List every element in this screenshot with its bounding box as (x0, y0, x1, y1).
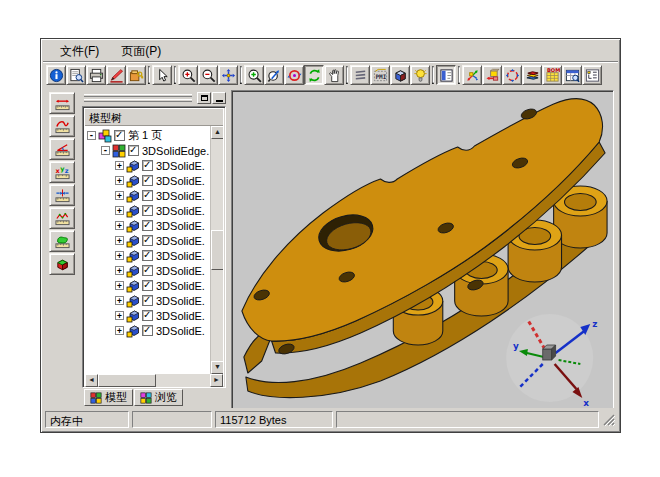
tree-item-checkbox[interactable] (142, 280, 153, 291)
tree-horizontal-scrollbar[interactable]: ◄ ► (85, 374, 223, 387)
toolbar-button-stamp[interactable] (126, 65, 146, 85)
tree-node-icon (126, 249, 140, 263)
tree-item-part-11[interactable]: + 3DSolidE. (85, 308, 210, 323)
toolbar-button-zoom-in[interactable] (178, 65, 198, 85)
tree-item-part-12[interactable]: + 3DSolidE. (85, 323, 210, 338)
tree-node-icon (126, 264, 140, 278)
tree-item-checkbox[interactable] (142, 265, 153, 276)
toolbar-button-pan[interactable] (218, 65, 238, 85)
tree-item-checkbox[interactable] (142, 310, 153, 321)
tree-item-part-1[interactable]: + 3DSolidE. (85, 158, 210, 173)
tree-expand-toggle[interactable]: + (115, 311, 124, 320)
scroll-left-button[interactable]: ◄ (85, 374, 98, 387)
tree-item-checkbox[interactable] (142, 250, 153, 261)
3d-viewport[interactable]: z x y (231, 90, 614, 408)
toolbar-button-structure-tree[interactable] (582, 65, 602, 85)
tree-expand-toggle[interactable]: + (115, 251, 124, 260)
scroll-up-button[interactable]: ▲ (211, 126, 223, 139)
toolbar-button-orbit[interactable] (284, 65, 304, 85)
tree-expand-toggle[interactable]: + (115, 191, 124, 200)
toolbar-icon (413, 68, 428, 83)
panel-drag-grip[interactable] (82, 92, 196, 104)
toolbar-button-select[interactable] (152, 65, 172, 85)
scroll-thumb[interactable] (98, 374, 156, 387)
toolbar-button-measure-distance[interactable] (49, 92, 75, 114)
toolbar-button-browser-panel[interactable] (436, 65, 456, 85)
resize-grip[interactable] (602, 413, 616, 427)
toolbar-button-render-mode[interactable] (390, 65, 410, 85)
tree-item-checkbox[interactable] (114, 130, 125, 141)
tree-item-checkbox[interactable] (142, 235, 153, 246)
tree-item-checkbox[interactable] (142, 160, 153, 171)
toolbar-button-dynamic-zoom[interactable] (264, 65, 284, 85)
tree-item-checkbox[interactable] (142, 220, 153, 231)
toolbar-button-spin[interactable] (304, 65, 324, 85)
tree-expand-toggle[interactable]: + (115, 221, 124, 230)
toolbar-button-measure-polyline[interactable] (49, 207, 75, 229)
toolbar-button-zoom-window[interactable] (244, 65, 264, 85)
tree-item-label: 3DSolidE. (156, 175, 205, 187)
tree-item-checkbox[interactable] (142, 325, 153, 336)
tree-expand-toggle[interactable]: - (101, 146, 110, 155)
toolbar-button-measure-volume[interactable] (49, 253, 75, 275)
tree-item-part-9[interactable]: + 3DSolidE. (85, 278, 210, 293)
toolbar-button-parts-list[interactable] (522, 65, 542, 85)
tree-expand-toggle[interactable]: + (115, 176, 124, 185)
tree-item-part-2[interactable]: + 3DSolidE. (85, 173, 210, 188)
toolbar-button-rotate-part[interactable] (502, 65, 522, 85)
tree-item-checkbox[interactable] (142, 190, 153, 201)
toolbar-button-lighting[interactable] (410, 65, 430, 85)
tree-item-part-5[interactable]: + 3DSolidE. (85, 218, 210, 233)
tree-item-part-7[interactable]: + 3DSolidE. (85, 248, 210, 263)
scroll-thumb[interactable] (211, 230, 223, 270)
tree-item-part-6[interactable]: + 3DSolidE. (85, 233, 210, 248)
tree-item-page-1[interactable]: - 第 1 页 (85, 128, 210, 143)
toolbar-button-layers[interactable] (350, 65, 370, 85)
tree-item-checkbox[interactable] (142, 295, 153, 306)
tab-browse[interactable]: 浏览 (134, 389, 183, 406)
toolbar-button-measure-coordinate[interactable] (49, 161, 75, 183)
tree-item-checkbox[interactable] (142, 205, 153, 216)
toolbar-button-measure-area[interactable] (49, 230, 75, 252)
tree-expand-toggle[interactable]: + (115, 206, 124, 215)
toolbar-button-info[interactable] (46, 65, 66, 85)
tree-vertical-scrollbar[interactable]: ▲ ▼ (210, 126, 223, 374)
tree-item-checkbox[interactable] (128, 145, 139, 156)
toolbar-button-print[interactable] (86, 65, 106, 85)
toolbar-button-redline[interactable] (106, 65, 126, 85)
tree-expand-toggle[interactable]: - (87, 131, 96, 140)
tree-expand-toggle[interactable]: + (115, 266, 124, 275)
menu-file[interactable]: 文件(F) (51, 41, 108, 62)
tree-expand-toggle[interactable]: + (115, 236, 124, 245)
tree-expand-toggle[interactable]: + (115, 296, 124, 305)
tree-item-assembly[interactable]: - 3DSolidEdge. (85, 143, 210, 158)
panel-float-button[interactable] (197, 92, 211, 104)
tree-item-part-3[interactable]: + 3DSolidE. (85, 188, 210, 203)
tree-expand-toggle[interactable]: + (115, 161, 124, 170)
toolbar-button-explode[interactable] (462, 65, 482, 85)
tree-expand-toggle[interactable]: + (115, 281, 124, 290)
panel-hide-button[interactable] (212, 92, 226, 104)
tree-expand-toggle[interactable]: + (115, 326, 124, 335)
toolbar-button-bom[interactable] (542, 65, 562, 85)
toolbar-button-measure-angle[interactable] (49, 138, 75, 160)
menu-page[interactable]: 页面(P) (112, 41, 170, 62)
statusbar-cell-cell-2 (132, 411, 212, 428)
toolbar-button-measure-gap[interactable] (49, 184, 75, 206)
toolbar-button-zoom-out[interactable] (198, 65, 218, 85)
toolbar-button-pmi[interactable] (370, 65, 390, 85)
scroll-right-button[interactable]: ► (210, 374, 223, 387)
tree-item-part-8[interactable]: + 3DSolidE. (85, 263, 210, 278)
toolbar-icon (129, 68, 144, 83)
scroll-down-button[interactable]: ▼ (211, 361, 223, 374)
tree-item-part-4[interactable]: + 3DSolidE. (85, 203, 210, 218)
toolbar-button-property-table[interactable] (562, 65, 582, 85)
tree-item-label: 3DSolidE. (156, 310, 205, 322)
toolbar-button-measure-curve[interactable] (49, 115, 75, 137)
toolbar-button-print-preview[interactable] (66, 65, 86, 85)
tree-item-part-10[interactable]: + 3DSolidE. (85, 293, 210, 308)
toolbar-button-pan-hand[interactable] (324, 65, 344, 85)
toolbar-button-move-part[interactable] (482, 65, 502, 85)
tab-model[interactable]: 模型 (84, 389, 133, 406)
tree-item-checkbox[interactable] (142, 175, 153, 186)
